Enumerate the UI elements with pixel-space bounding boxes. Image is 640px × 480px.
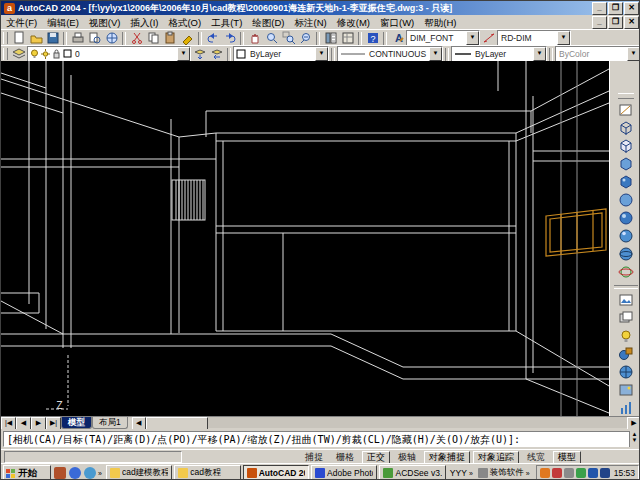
copy-icon[interactable] [145,31,162,45]
redo-icon[interactable] [221,31,238,45]
chevron-down-icon[interactable]: ▼ [177,47,190,61]
menu-help[interactable]: 帮助(H) [419,16,461,29]
sphere-shaded-icon[interactable] [616,227,636,244]
hidden-icon[interactable] [616,137,636,154]
gouraud-shaded-edges-on-icon[interactable] [616,209,636,226]
toggle-polar[interactable]: 极轴 [393,451,421,464]
materials-icon[interactable] [616,345,636,362]
chevron-down-icon[interactable]: ▼ [557,31,570,45]
close-button[interactable]: ✕ [624,2,639,15]
sphere-edges-icon[interactable] [616,245,636,262]
chevron-down-icon[interactable]: ▼ [429,47,442,61]
open-icon[interactable] [27,31,44,45]
toolbar-grip[interactable] [618,93,634,99]
tray-icon-3[interactable] [564,468,574,478]
menu-insert[interactable]: 插入(I) [125,16,163,29]
command-scrollbar[interactable]: ▲▼ [629,431,639,447]
menu-dimension[interactable]: 标注(N) [290,16,332,29]
new-icon[interactable] [10,31,27,45]
layer-previous-icon[interactable] [208,47,225,61]
print-preview-icon[interactable] [86,31,103,45]
undo-icon[interactable] [204,31,221,45]
save-icon[interactable] [44,31,61,45]
tray-icon-2[interactable] [552,468,562,478]
2d-wireframe-icon[interactable] [616,101,636,118]
text-style-combo[interactable]: DIM_FONT ▼ [406,30,480,46]
chevron-down-icon[interactable]: ▼ [315,47,328,61]
taskbar-window-photoshop[interactable]: Adobe Photo... [311,465,377,480]
background-icon[interactable] [616,381,636,398]
toggle-osnap[interactable]: 对象捕捉 [424,451,470,464]
zoom-realtime-icon[interactable] [263,31,280,45]
command-input[interactable]: [相机(CA)/目标(TA)/距离(D)/点(PO)/平移(PA)/缩放(Z)/… [3,431,631,447]
tab-layout1[interactable]: 布局1 [92,417,128,429]
mapping-icon[interactable] [616,363,636,380]
statistics-icon[interactable] [616,399,636,416]
tab-model[interactable]: 模型 [61,417,92,429]
flat-shaded-edges-on-icon[interactable] [616,191,636,208]
render-icon[interactable] [616,291,636,308]
make-object-layer-current-icon[interactable] [191,47,208,61]
toolbar-grip[interactable] [3,48,8,60]
cut-icon[interactable] [128,31,145,45]
toggle-snap[interactable]: 捕捉 [300,451,328,464]
menu-edit[interactable]: 编辑(E) [42,16,84,29]
tray-icon-1[interactable] [540,468,550,478]
tray-icon-5[interactable] [588,468,598,478]
properties-icon[interactable] [322,31,339,45]
gouraud-shaded-icon[interactable] [616,173,636,190]
toolbar-overflow-icon[interactable]: » [526,470,530,477]
help-icon[interactable]: ? [364,31,381,45]
start-button[interactable]: 开始 [3,465,51,480]
chevron-down-icon[interactable]: ▼ [466,31,479,45]
drawing-viewport[interactable]: Z [1,61,609,416]
toggle-otrack[interactable]: 对象追踪 [473,451,519,464]
taskbar-toolbar-decor[interactable]: 装饰软件 [490,467,524,479]
toggle-ortho[interactable]: 正交 [362,451,390,464]
quick-launch-2[interactable] [69,467,81,479]
menu-modify[interactable]: 修改(M) [332,16,375,29]
pan-realtime-icon[interactable] [246,31,263,45]
doc-close-button[interactable]: ✕ [624,16,639,29]
taskbar-toolbar-yyy[interactable]: YYY [450,468,467,478]
color-combo[interactable]: ByLayer ▼ [233,46,329,62]
taskbar-window-cad-tutorial[interactable]: cad教程 [174,465,240,480]
quick-launch-overflow-icon[interactable]: » [98,470,102,477]
menu-window[interactable]: 窗口(W) [375,16,419,29]
layer-properties-manager-icon[interactable] [10,47,27,61]
toolbar-grip[interactable] [3,32,8,44]
layer-combo[interactable]: 0 ▼ [27,46,191,62]
zoom-window-icon[interactable] [280,31,297,45]
publish-icon[interactable] [103,31,120,45]
restore-button[interactable]: ❐ [608,2,623,15]
menu-tools[interactable]: 工具(T) [206,16,247,29]
paste-icon[interactable] [162,31,179,45]
tray-icon-4[interactable] [576,468,586,478]
menu-view[interactable]: 视图(V) [84,16,126,29]
match-properties-icon[interactable] [179,31,196,45]
scenes-icon[interactable] [616,309,636,326]
linetype-combo[interactable]: CONTINUOUS ▼ [337,46,443,62]
print-icon[interactable] [69,31,86,45]
taskbar-window-cad-modeling-tutorial[interactable]: cad建模教程... [106,465,172,480]
zoom-previous-icon[interactable] [297,31,314,45]
lineweight-combo[interactable]: ByLayer ▼ [451,46,547,62]
minimize-button[interactable]: _ [592,2,607,15]
menu-draw[interactable]: 绘图(D) [247,16,289,29]
doc-minimize-button[interactable]: _ [592,16,607,29]
horizontal-scrollbar[interactable]: ◀ ▶ [132,417,640,428]
taskbar-window-autocad[interactable]: AutoCAD 200... [243,465,309,480]
doc-restore-button[interactable]: ❐ [608,16,623,29]
dim-style-combo[interactable]: RD-DIM ▼ [497,30,571,46]
autocad-app-icon[interactable]: a [4,3,15,14]
taskbar-window-acdsee[interactable]: ACDSee v3.1... [379,465,445,480]
flat-shaded-icon[interactable] [616,155,636,172]
3d-orbit-icon[interactable] [616,263,636,280]
toolbar-overflow-icon[interactable]: » [469,470,473,477]
toggle-lineweight[interactable]: 线宽 [522,451,550,464]
designcenter-icon[interactable] [339,31,356,45]
quick-launch-1[interactable] [54,467,66,479]
menu-file[interactable]: 文件(F) [1,16,42,29]
toggle-model[interactable]: 模型 [553,451,581,464]
3d-wireframe-icon[interactable] [616,119,636,136]
